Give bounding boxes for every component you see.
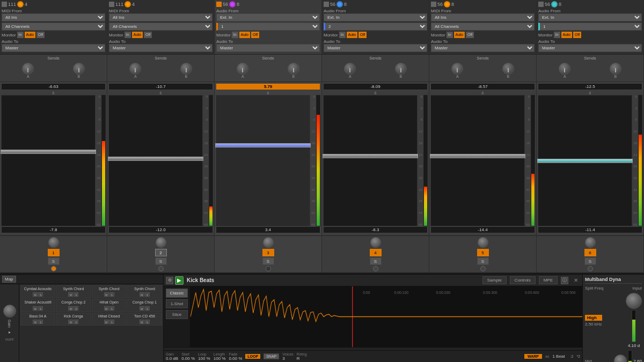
synth2-m-btn[interactable]: M — [104, 292, 109, 297]
ch5-solo-btn[interactable]: S — [477, 257, 489, 265]
ch1-knob-b[interactable] — [73, 63, 85, 75]
hihat-closed-m-btn[interactable]: M — [104, 320, 109, 324]
ch4-knob-a[interactable] — [344, 63, 356, 75]
wf-info-icon[interactable]: ⓘ — [561, 277, 568, 284]
ch6-mute-dot[interactable] — [588, 266, 593, 271]
ch3-mute-dot[interactable] — [266, 266, 271, 271]
ch4-monitor-in[interactable]: In — [339, 32, 346, 38]
ch2-knob-a[interactable] — [129, 63, 141, 75]
ch3-fader-track[interactable] — [216, 95, 310, 226]
tom-s-btn[interactable]: S — [145, 320, 150, 324]
wf-gain-value[interactable]: 0.0 dB — [166, 356, 178, 361]
ch6-knob-a[interactable] — [559, 63, 570, 75]
ch5-input1-select[interactable]: All Ins — [431, 13, 535, 21]
synth3-m-btn[interactable]: M — [140, 292, 144, 297]
ch5-knob-a[interactable] — [451, 63, 463, 75]
ch5-input2-select[interactable]: All Channels — [431, 23, 535, 31]
wf-loop-value[interactable]: 100 % — [198, 356, 210, 361]
ch5-fader-val[interactable]: -8.57 — [430, 83, 535, 90]
ch1-fader-track[interactable] — [1, 95, 96, 226]
ch1-fader-val2[interactable]: -7.8 — [1, 226, 106, 233]
rp-mid-knob[interactable] — [614, 354, 627, 362]
ch1-num-btn[interactable]: 1 — [48, 249, 60, 256]
ch4-fader-track[interactable] — [323, 95, 418, 226]
ch2-mute-dot[interactable] — [158, 266, 164, 271]
rp-high-freq[interactable]: 2.50 kHz — [585, 322, 602, 327]
loop-button[interactable]: LOOP — [245, 354, 260, 359]
wf-sample-tab[interactable]: Sample — [482, 276, 507, 284]
synth2-s-btn[interactable]: S — [109, 292, 114, 297]
ch5-fader-track[interactable] — [430, 95, 525, 226]
cymbal-s-btn[interactable]: S — [38, 292, 43, 297]
ch3-monitor-in[interactable]: In — [232, 32, 238, 38]
bass-s-btn[interactable]: S — [38, 320, 43, 324]
ch1-knob-a[interactable] — [22, 63, 34, 75]
ch6-fader-val2[interactable]: -11.4 — [538, 226, 642, 233]
rp-high-label[interactable]: High — [585, 315, 602, 321]
ch1-solo-btn[interactable]: S — [48, 257, 60, 265]
ch1-fader-knob[interactable] — [1, 150, 96, 154]
tom-m-btn[interactable]: M — [140, 320, 144, 324]
ch2-fader-val2[interactable]: -12.0 — [108, 226, 213, 233]
cymbal-m-btn[interactable]: M — [33, 292, 38, 297]
ch5-knob-b[interactable] — [502, 63, 514, 75]
wf-settings-icon[interactable]: ⚙ — [166, 277, 173, 284]
ch3-fader-val[interactable]: 5.79 — [216, 83, 320, 90]
bass-m-btn[interactable]: M — [33, 320, 38, 324]
wf-classic-btn[interactable]: Classic — [166, 289, 188, 298]
rp-high-knob[interactable] — [626, 293, 642, 309]
ch6-fader-knob[interactable] — [537, 159, 633, 163]
ch3-audioto-select[interactable]: Master — [216, 44, 320, 52]
ch4-fader-val2[interactable]: -8.3 — [323, 226, 428, 233]
synth1-s-btn[interactable]: S — [74, 292, 78, 297]
ch4-input2-select[interactable]: 2 — [324, 23, 427, 31]
ch5-monitor-auto[interactable]: Auto — [454, 32, 465, 38]
ch2-input2-select[interactable]: All Channels — [109, 23, 213, 31]
ch3-solo-btn[interactable]: S — [262, 257, 274, 265]
ch6-input1-select[interactable]: Ext. In — [538, 13, 642, 21]
ch3-input1-select[interactable]: Ext. In — [216, 13, 320, 21]
ch6-trim-knob[interactable] — [585, 237, 596, 248]
ch4-fader-knob[interactable] — [323, 154, 418, 158]
wf-div2[interactable]: *2 — [576, 354, 580, 358]
ch3-knob-b[interactable] — [288, 63, 299, 75]
hihat-closed-cell[interactable]: Hihat Closed M S — [92, 313, 127, 326]
ch1-mute-dot[interactable] — [51, 266, 56, 271]
wf-controls-tab[interactable]: Controls — [510, 276, 536, 284]
hihat-closed-s-btn[interactable]: S — [109, 320, 114, 324]
cymbal-acoustic-cell[interactable]: Cymbal Acoustic M S — [20, 285, 55, 298]
ch6-monitor-auto[interactable]: Auto — [561, 32, 572, 38]
hihat-open-cell[interactable]: Hihat Open M S — [92, 299, 127, 312]
wf-mpe-tab[interactable]: MPE — [539, 276, 558, 284]
hihat-open-m-btn[interactable]: M — [104, 306, 109, 311]
wf-close-icon[interactable]: ✕ — [572, 277, 580, 283]
wf-oneshot-btn[interactable]: 1-Shot — [166, 299, 188, 308]
ch5-audioto-select[interactable]: Master — [431, 44, 535, 52]
conga1-s-btn[interactable]: S — [145, 306, 150, 311]
wf-div1[interactable]: :2 — [570, 354, 574, 358]
conga1-m-btn[interactable]: M — [140, 306, 144, 311]
ch5-fader-val2[interactable]: -14.4 — [430, 226, 535, 233]
warp-button[interactable]: WARP — [524, 354, 542, 359]
ch5-fader-knob[interactable] — [430, 154, 525, 158]
wf-voices-value[interactable]: 3 — [282, 356, 284, 361]
ch2-monitor-in[interactable]: In — [125, 32, 131, 38]
ch2-monitor-off[interactable]: Off — [144, 32, 152, 38]
wf-fade-value[interactable]: 0.00 % — [229, 356, 242, 361]
kick-m-btn[interactable]: M — [68, 320, 73, 324]
shaker-cell[interactable]: Shaker Acoustifi M S — [20, 299, 55, 312]
ch2-knob-b[interactable] — [180, 63, 192, 75]
ch4-mute-dot[interactable] — [373, 266, 378, 271]
ch6-solo-btn[interactable]: S — [584, 257, 596, 265]
ch4-monitor-off[interactable]: Off — [358, 32, 367, 38]
hihat-open-s-btn[interactable]: S — [109, 306, 114, 311]
wf-beat-value[interactable]: 1 Beat — [552, 354, 565, 359]
ch2-monitor-auto[interactable]: Auto — [132, 32, 143, 38]
conga2-m-btn[interactable]: M — [68, 306, 73, 311]
ch6-monitor-off[interactable]: Off — [573, 32, 581, 38]
ch3-monitor-off[interactable]: Off — [251, 32, 259, 38]
ch3-fader-knob[interactable] — [215, 143, 311, 147]
ch2-solo-btn[interactable]: S — [155, 257, 167, 265]
ch4-solo-btn[interactable]: S — [370, 257, 382, 265]
ch6-num-btn[interactable]: 6 — [584, 249, 596, 256]
